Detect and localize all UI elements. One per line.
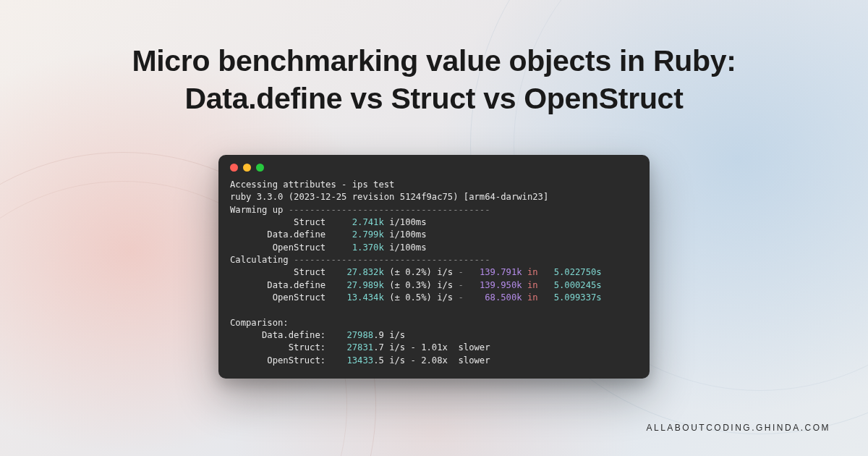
terminal-window: Accessing attributes - ips test ruby 3.3… xyxy=(218,155,650,379)
minimize-icon[interactable] xyxy=(243,164,251,172)
title-line-1: Micro benchmarking value objects in Ruby… xyxy=(132,44,736,77)
maximize-icon[interactable] xyxy=(256,164,264,172)
close-icon[interactable] xyxy=(230,164,238,172)
terminal-output: Accessing attributes - ips test ruby 3.3… xyxy=(230,179,638,367)
terminal-titlebar xyxy=(230,164,638,179)
footer-credit: ALLABOUTCODING.GHINDA.COM xyxy=(646,423,830,433)
title-line-2: Data.define vs Struct vs OpenStruct xyxy=(185,82,684,115)
page-title: Micro benchmarking value objects in Ruby… xyxy=(72,42,796,118)
